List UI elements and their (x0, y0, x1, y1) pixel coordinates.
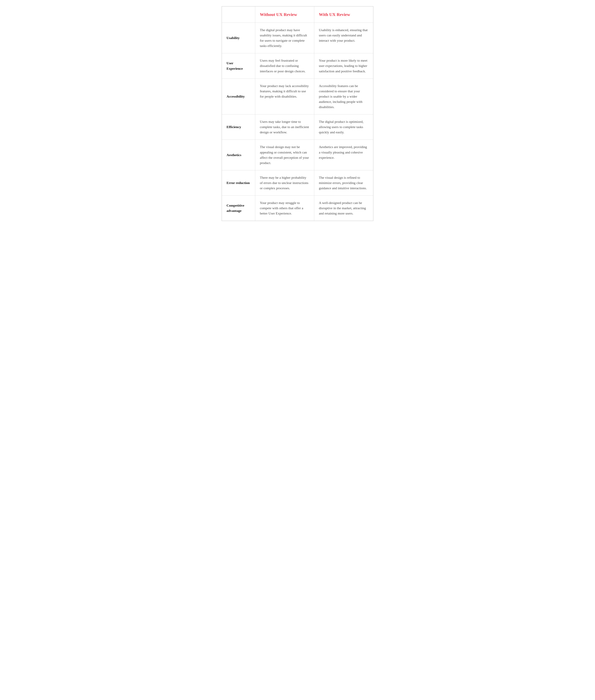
comparison-table: Without UX Review With UX Review Usabili… (222, 6, 373, 221)
row-label-1: User Experience (222, 53, 255, 79)
table-row: EfficiencyUsers may take longer time to … (222, 114, 373, 140)
header-label-col (222, 6, 255, 23)
table-row: UsabilityThe digital product may have us… (222, 23, 373, 53)
row-label-0: Usability (222, 23, 255, 53)
row-without-4: The visual design may not be appealing o… (255, 140, 314, 170)
row-with-0: Usability is enhanced, ensuring that use… (314, 23, 373, 53)
table-row: Error reductionThere may be a higher pro… (222, 170, 373, 196)
row-without-0: The digital product may have usability i… (255, 23, 314, 53)
row-label-2: Accessibility (222, 79, 255, 114)
row-label-3: Efficiency (222, 114, 255, 140)
table-row: AestheticsThe visual design may not be a… (222, 140, 373, 170)
row-label-5: Error reduction (222, 170, 255, 196)
table-row: User ExperienceUsers may feel frustrated… (222, 53, 373, 79)
row-without-2: Your product may lack accessibility feat… (255, 79, 314, 114)
row-with-3: The digital product is optimized, allowi… (314, 114, 373, 140)
row-without-1: Users may feel frustrated or dissatisfie… (255, 53, 314, 79)
row-without-5: There may be a higher probability of err… (255, 170, 314, 196)
row-with-5: The visual design is refined to minimize… (314, 170, 373, 196)
table-row: Competitive advantageYour product may st… (222, 196, 373, 221)
table-row: AccessibilityYour product may lack acces… (222, 79, 373, 114)
row-with-6: A well-designed product can be disruptiv… (314, 196, 373, 221)
row-label-4: Aesthetics (222, 140, 255, 170)
row-without-6: Your product may struggle to compete wit… (255, 196, 314, 221)
row-with-1: Your product is more likely to meet user… (314, 53, 373, 79)
header-without-col: Without UX Review (255, 6, 314, 23)
row-without-3: Users may take longer time to complete t… (255, 114, 314, 140)
row-label-6: Competitive advantage (222, 196, 255, 221)
row-with-2: Accessibility features can be considered… (314, 79, 373, 114)
header-with-col: With UX Review (314, 6, 373, 23)
row-with-4: Aesthetics are improved, providing a vis… (314, 140, 373, 170)
